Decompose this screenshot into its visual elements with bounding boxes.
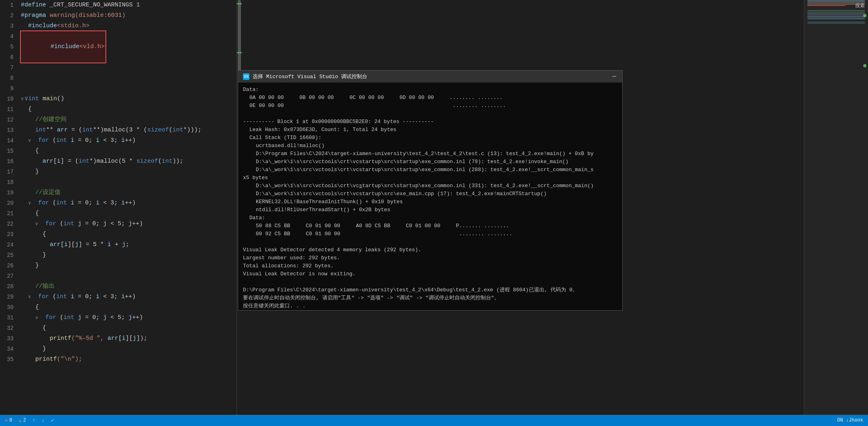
code-line-20: ∨ for (int i = 0; i < 3; i++) <box>21 198 237 208</box>
checkmark-indicator: ✓ <box>51 418 54 424</box>
console-line: 按任意键关闭此窗口. . . <box>243 302 617 310</box>
console-titlebar: VS 选择 Microsoft Visual Studio 调试控制台 — <box>238 71 622 83</box>
code-line-32: { <box>21 323 237 333</box>
code-line-3: #include<stdio.h> <box>21 21 237 31</box>
code-line-9 <box>21 83 237 94</box>
code-line-12: //创建空间 <box>21 115 237 125</box>
console-output: Data: 0A 00 00 00 0B 00 00 00 0C 00 00 0… <box>238 83 622 310</box>
console-line: ucrtbased.dll!malloc() <box>243 142 617 150</box>
code-line-28: //输出 <box>21 281 237 292</box>
code-line-24: arr[i][j] = 5 * i + j; <box>21 240 237 250</box>
console-line: ---------- Block 1 at 0x00000000BBC5B2E0… <box>243 118 617 126</box>
code-line-26: } <box>21 260 237 271</box>
code-line-7 <box>21 63 237 73</box>
code-line-8 <box>21 73 237 83</box>
console-line: Call Stack (TID 16608): <box>243 134 617 142</box>
code-line-13: int** arr = (int**)malloc(3 * (sizeof(in… <box>21 125 237 135</box>
right-panel: 搜索 <box>804 0 868 426</box>
console-line: Largest number used: 292 bytes. <box>243 254 617 262</box>
console-line: Total allocations: 292 bytes. <box>243 262 617 270</box>
code-line-17: } <box>21 167 237 177</box>
warning-count: ⚠ 2 <box>18 418 26 424</box>
error-count: ⊘ 0 <box>5 418 12 424</box>
up-arrow-indicator: ↑ <box>32 418 35 423</box>
code-line-14: ∨ for (int i = 0; i < 3; i++) <box>21 135 237 146</box>
code-line-18 <box>21 177 237 188</box>
code-line-34: } <box>21 344 237 354</box>
code-line-30: { <box>21 302 237 313</box>
console-line: 0A 00 00 00 0B 00 00 00 0C 00 00 00 0D 0… <box>243 94 617 102</box>
console-line: Data: <box>243 214 617 222</box>
status-bar: ⊘ 0 ⚠ 2 ↑ ↓ ✓ DN ↓Jhonk <box>0 415 868 426</box>
warning-icon: ⚠ <box>18 418 21 424</box>
console-line: D:\Program Files\C\2024\target-xiamen-un… <box>243 150 617 158</box>
console-line: D:\Program Files\C\2024\target-xiamen-un… <box>243 286 617 294</box>
code-text-area[interactable]: #define _CRT_SECURE_NO_WARNINGS 1 #pragm… <box>17 0 237 426</box>
code-line-16: arr[i] = (int*)malloc(5 * sizeof(int)); <box>21 156 237 167</box>
console-close-button[interactable]: — <box>609 73 619 80</box>
console-vs-icon: VS <box>243 73 249 80</box>
code-line-10: ∨int main() <box>21 94 237 104</box>
console-line: 要在调试停止时自动关闭控制台, 请启用"工具" -> "选项" -> "调试" … <box>243 294 617 302</box>
console-line: D:\a\_work\1\s\src\vctools\crt\vcstartup… <box>243 190 617 198</box>
code-line-5: #include<vld.h> <box>21 42 237 52</box>
error-icon: ⊘ <box>5 418 8 424</box>
console-line: x5 bytes <box>243 174 617 182</box>
console-line: Data: <box>243 86 617 94</box>
line-numbers: 1 2 3 4 5 6 7 8 9 10 11 12 13 14 15 16 1… <box>0 0 17 426</box>
console-line: Leak Hash: 0x873D6E3D, Count: 1, Total 2… <box>243 126 617 134</box>
console-line: 00 92 C5 BB C0 01 00 00 ........ .......… <box>243 230 617 238</box>
console-line: 0E 00 00 00 ........ ........ <box>243 102 617 110</box>
code-editor[interactable]: 1 2 3 4 5 6 7 8 9 10 11 12 13 14 15 16 1… <box>0 0 237 426</box>
code-line-35: printf("\n"); <box>21 354 237 365</box>
code-line-19: //设定值 <box>21 188 237 198</box>
console-line: 50 88 C5 BB C0 01 00 00 A0 8D C5 BB C0 0… <box>243 222 617 230</box>
code-line-29: ∨ for (int i = 0; i < 3; i++) <box>21 292 237 302</box>
code-line-1: #define _CRT_SECURE_NO_WARNINGS 1 <box>21 0 237 10</box>
code-line-22: ∨ for (int j = 0; j < 5; j++) <box>21 219 237 229</box>
console-line: KERNEL32.DLL!BaseThreadInitThunk() + 0x1… <box>243 198 617 206</box>
down-arrow-indicator: ↓ <box>42 418 45 423</box>
minimap <box>804 0 868 410</box>
code-line-2: #pragma warning(disable:6031) <box>21 10 237 21</box>
code-line-23: { <box>21 229 237 240</box>
code-line-11: { <box>21 104 237 115</box>
code-line-25: } <box>21 250 237 260</box>
console-line: D:\a\_work\1\s\src\vctools\crt\vcstartup… <box>243 166 617 174</box>
code-line-6 <box>21 52 237 63</box>
console-title: 选择 Microsoft Visual Studio 调试控制台 <box>253 73 367 80</box>
console-window[interactable]: VS 选择 Microsoft Visual Studio 调试控制台 — Da… <box>238 70 623 311</box>
code-line-15: { <box>21 146 237 156</box>
code-line-31: ∨ for (int j = 0; j < 5; j++) <box>21 313 237 323</box>
code-line-27 <box>21 271 237 281</box>
console-line: D:\a\_work\1\s\src\vctools\crt\vcstartup… <box>243 158 617 166</box>
code-line-33: printf("%–5d ", arr[i][j]); <box>21 333 237 344</box>
branch-info: DN ↓Jhonk <box>837 418 863 423</box>
console-line: D:\a\_work\1\s\src\vctools\crt\vcstartup… <box>243 182 617 190</box>
console-line: Visual Leak Detector detected 4 memory l… <box>243 246 617 254</box>
code-line-21: { <box>21 208 237 219</box>
console-line: Visual Leak Detector is now exiting. <box>243 270 617 278</box>
console-line: ntdll.dll!RtlUserThreadStart() + 0x2B by… <box>243 206 617 214</box>
